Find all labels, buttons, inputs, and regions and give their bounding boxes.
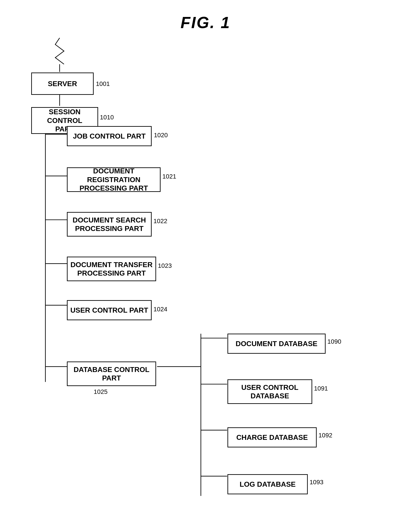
job-control-box: JOB CONTROL PART <box>67 126 152 146</box>
ref-1093: 1093 <box>309 479 323 486</box>
ref-1010: 1010 <box>100 114 114 121</box>
ref-1092: 1092 <box>318 432 332 439</box>
doc-registration-box: DOCUMENT REGISTRATION PROCESSING PART <box>67 167 160 192</box>
ref-1025: 1025 <box>94 388 107 395</box>
ref-1020: 1020 <box>154 132 168 139</box>
ref-1024: 1024 <box>153 306 167 313</box>
server-box: SERVER <box>31 73 94 95</box>
ref-1091: 1091 <box>314 385 328 392</box>
doc-search-box: DOCUMENT SEARCH PROCESSING PART <box>67 212 152 237</box>
ref-1001: 1001 <box>96 80 110 87</box>
doc-transfer-box: DOCUMENT TRANSFER PROCESSING PART <box>67 257 156 281</box>
user-control-db-box: USER CONTROL DATABASE <box>227 379 312 404</box>
db-control-box: DATABASE CONTROL PART <box>67 361 156 386</box>
ref-1021: 1021 <box>162 173 176 180</box>
log-db-box: LOG DATABASE <box>227 474 308 494</box>
page-title: FIG. 1 <box>0 0 411 32</box>
diagram: SERVER 1001 SESSION CONTROL PART 1010 JO… <box>13 36 406 522</box>
ref-1090: 1090 <box>327 338 341 345</box>
user-control-box: USER CONTROL PART <box>67 300 152 320</box>
ref-1023: 1023 <box>158 262 172 269</box>
charge-db-box: CHARGE DATABASE <box>227 427 317 447</box>
ref-1022: 1022 <box>153 218 167 225</box>
doc-database-box: DOCUMENT DATABASE <box>227 334 326 354</box>
